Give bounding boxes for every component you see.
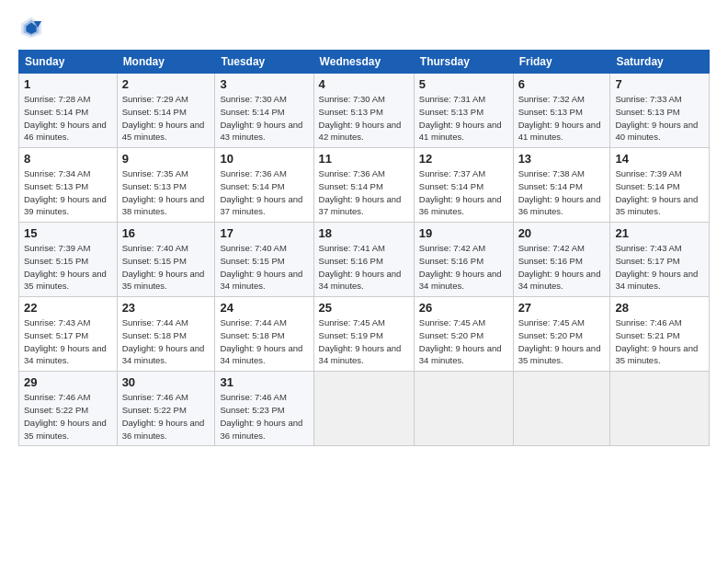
day-info: Sunrise: 7:42 AMSunset: 5:16 PMDaylight:… [419, 242, 508, 293]
day-number: 2 [122, 77, 210, 91]
day-number: 1 [24, 77, 112, 91]
calendar-cell: 15Sunrise: 7:39 AMSunset: 5:15 PMDayligh… [19, 223, 118, 297]
day-number: 27 [518, 301, 606, 315]
col-header-wednesday: Wednesday [313, 51, 414, 74]
day-info: Sunrise: 7:46 AMSunset: 5:22 PMDaylight:… [24, 391, 112, 442]
week-row-3: 15Sunrise: 7:39 AMSunset: 5:15 PMDayligh… [19, 223, 710, 297]
day-number: 7 [615, 77, 704, 91]
calendar-cell: 5Sunrise: 7:31 AMSunset: 5:13 PMDaylight… [414, 74, 513, 148]
day-number: 21 [615, 226, 704, 240]
day-info: Sunrise: 7:39 AMSunset: 5:14 PMDaylight:… [615, 167, 704, 218]
logo [18, 15, 48, 40]
calendar-cell: 6Sunrise: 7:32 AMSunset: 5:13 PMDaylight… [513, 74, 610, 148]
day-info: Sunrise: 7:46 AMSunset: 5:23 PMDaylight:… [220, 391, 308, 442]
calendar-cell: 25Sunrise: 7:45 AMSunset: 5:19 PMDayligh… [313, 297, 414, 372]
calendar-cell: 10Sunrise: 7:36 AMSunset: 5:14 PMDayligh… [215, 148, 313, 223]
day-number: 13 [518, 152, 606, 166]
day-number: 14 [615, 152, 704, 166]
calendar-cell [513, 372, 610, 446]
day-number: 15 [24, 226, 112, 240]
calendar-cell: 17Sunrise: 7:40 AMSunset: 5:15 PMDayligh… [215, 223, 313, 297]
calendar-cell: 30Sunrise: 7:46 AMSunset: 5:22 PMDayligh… [117, 372, 215, 446]
day-info: Sunrise: 7:43 AMSunset: 5:17 PMDaylight:… [24, 316, 112, 367]
calendar-cell: 27Sunrise: 7:45 AMSunset: 5:20 PMDayligh… [513, 297, 610, 372]
day-info: Sunrise: 7:36 AMSunset: 5:14 PMDaylight:… [319, 167, 409, 218]
day-info: Sunrise: 7:36 AMSunset: 5:14 PMDaylight:… [220, 167, 308, 218]
calendar-cell: 1Sunrise: 7:28 AMSunset: 5:14 PMDaylight… [19, 74, 118, 148]
day-number: 6 [518, 77, 606, 91]
day-number: 16 [122, 226, 210, 240]
calendar-header-row: SundayMondayTuesdayWednesdayThursdayFrid… [19, 51, 710, 74]
day-number: 17 [220, 226, 308, 240]
day-number: 31 [220, 375, 308, 389]
day-info: Sunrise: 7:31 AMSunset: 5:13 PMDaylight:… [419, 93, 508, 144]
calendar-cell [610, 372, 710, 446]
calendar-cell: 22Sunrise: 7:43 AMSunset: 5:17 PMDayligh… [19, 297, 118, 372]
calendar-cell: 14Sunrise: 7:39 AMSunset: 5:14 PMDayligh… [610, 148, 710, 223]
day-number: 25 [319, 301, 409, 315]
day-info: Sunrise: 7:43 AMSunset: 5:17 PMDaylight:… [615, 242, 704, 293]
day-info: Sunrise: 7:42 AMSunset: 5:16 PMDaylight:… [518, 242, 606, 293]
day-number: 4 [319, 77, 409, 91]
calendar-table: SundayMondayTuesdayWednesdayThursdayFrid… [18, 50, 710, 446]
day-number: 29 [24, 375, 112, 389]
day-number: 9 [122, 152, 210, 166]
day-info: Sunrise: 7:45 AMSunset: 5:20 PMDaylight:… [419, 316, 508, 367]
day-info: Sunrise: 7:33 AMSunset: 5:13 PMDaylight:… [615, 93, 704, 144]
calendar-cell: 28Sunrise: 7:46 AMSunset: 5:21 PMDayligh… [610, 297, 710, 372]
header [18, 15, 710, 40]
page: SundayMondayTuesdayWednesdayThursdayFrid… [0, 0, 728, 563]
day-number: 30 [122, 375, 210, 389]
general-blue-icon [18, 15, 44, 40]
calendar-cell: 29Sunrise: 7:46 AMSunset: 5:22 PMDayligh… [19, 372, 118, 446]
day-number: 5 [419, 77, 508, 91]
col-header-tuesday: Tuesday [215, 51, 313, 74]
calendar-cell: 31Sunrise: 7:46 AMSunset: 5:23 PMDayligh… [215, 372, 313, 446]
calendar-cell: 12Sunrise: 7:37 AMSunset: 5:14 PMDayligh… [414, 148, 513, 223]
calendar-cell: 9Sunrise: 7:35 AMSunset: 5:13 PMDaylight… [117, 148, 215, 223]
calendar-cell: 13Sunrise: 7:38 AMSunset: 5:14 PMDayligh… [513, 148, 610, 223]
calendar-cell [414, 372, 513, 446]
day-info: Sunrise: 7:38 AMSunset: 5:14 PMDaylight:… [518, 167, 606, 218]
day-info: Sunrise: 7:44 AMSunset: 5:18 PMDaylight:… [122, 316, 210, 367]
day-info: Sunrise: 7:39 AMSunset: 5:15 PMDaylight:… [24, 242, 112, 293]
calendar-cell [313, 372, 414, 446]
day-info: Sunrise: 7:34 AMSunset: 5:13 PMDaylight:… [24, 167, 112, 218]
calendar-cell: 4Sunrise: 7:30 AMSunset: 5:13 PMDaylight… [313, 74, 414, 148]
day-info: Sunrise: 7:40 AMSunset: 5:15 PMDaylight:… [220, 242, 308, 293]
week-row-4: 22Sunrise: 7:43 AMSunset: 5:17 PMDayligh… [19, 297, 710, 372]
day-number: 24 [220, 301, 308, 315]
col-header-monday: Monday [117, 51, 215, 74]
day-info: Sunrise: 7:46 AMSunset: 5:22 PMDaylight:… [122, 391, 210, 442]
calendar-cell: 8Sunrise: 7:34 AMSunset: 5:13 PMDaylight… [19, 148, 118, 223]
day-info: Sunrise: 7:46 AMSunset: 5:21 PMDaylight:… [615, 316, 704, 367]
day-number: 3 [220, 77, 308, 91]
week-row-1: 1Sunrise: 7:28 AMSunset: 5:14 PMDaylight… [19, 74, 710, 148]
day-info: Sunrise: 7:41 AMSunset: 5:16 PMDaylight:… [319, 242, 409, 293]
day-info: Sunrise: 7:30 AMSunset: 5:14 PMDaylight:… [220, 93, 308, 144]
calendar-cell: 11Sunrise: 7:36 AMSunset: 5:14 PMDayligh… [313, 148, 414, 223]
day-number: 18 [319, 226, 409, 240]
col-header-saturday: Saturday [610, 51, 710, 74]
week-row-5: 29Sunrise: 7:46 AMSunset: 5:22 PMDayligh… [19, 372, 710, 446]
day-info: Sunrise: 7:40 AMSunset: 5:15 PMDaylight:… [122, 242, 210, 293]
calendar-cell: 16Sunrise: 7:40 AMSunset: 5:15 PMDayligh… [117, 223, 215, 297]
day-number: 12 [419, 152, 508, 166]
calendar-cell: 3Sunrise: 7:30 AMSunset: 5:14 PMDaylight… [215, 74, 313, 148]
calendar-cell: 23Sunrise: 7:44 AMSunset: 5:18 PMDayligh… [117, 297, 215, 372]
day-number: 23 [122, 301, 210, 315]
calendar-cell: 24Sunrise: 7:44 AMSunset: 5:18 PMDayligh… [215, 297, 313, 372]
day-number: 8 [24, 152, 112, 166]
week-row-2: 8Sunrise: 7:34 AMSunset: 5:13 PMDaylight… [19, 148, 710, 223]
calendar-cell: 2Sunrise: 7:29 AMSunset: 5:14 PMDaylight… [117, 74, 215, 148]
day-number: 10 [220, 152, 308, 166]
calendar-cell: 19Sunrise: 7:42 AMSunset: 5:16 PMDayligh… [414, 223, 513, 297]
calendar-cell: 20Sunrise: 7:42 AMSunset: 5:16 PMDayligh… [513, 223, 610, 297]
day-number: 28 [615, 301, 704, 315]
day-info: Sunrise: 7:28 AMSunset: 5:14 PMDaylight:… [24, 93, 112, 144]
day-number: 11 [319, 152, 409, 166]
day-info: Sunrise: 7:32 AMSunset: 5:13 PMDaylight:… [518, 93, 606, 144]
day-info: Sunrise: 7:30 AMSunset: 5:13 PMDaylight:… [319, 93, 409, 144]
calendar-cell: 18Sunrise: 7:41 AMSunset: 5:16 PMDayligh… [313, 223, 414, 297]
day-info: Sunrise: 7:44 AMSunset: 5:18 PMDaylight:… [220, 316, 308, 367]
